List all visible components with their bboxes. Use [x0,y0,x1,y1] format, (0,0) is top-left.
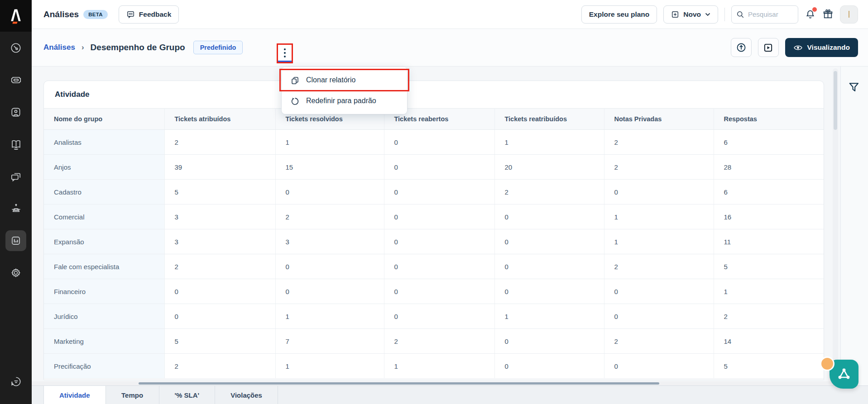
metric-cell: 2 [384,329,494,354]
column-header: Notas Privadas [604,109,714,130]
app-title: Análises [43,10,79,19]
group-name-cell: Anjos [44,155,164,180]
feedback-label: Feedback [139,10,172,19]
bot-icon [10,203,22,214]
horizontal-scroll-thumb[interactable] [139,382,659,385]
breadcrumb-analyses-link[interactable]: Análises [43,43,75,52]
filter-funnel-icon [848,81,861,95]
column-header: Nome do grupo [44,109,164,130]
sidebar-item-knowledge-base[interactable] [0,128,32,160]
column-header: Respostas [714,109,824,130]
tab-sla[interactable]: '% SLA' [159,386,216,404]
metric-cell: 20 [494,155,604,180]
vertical-scroll-thumb[interactable] [834,71,837,130]
sidebar-item-help[interactable] [0,366,32,398]
metric-cell: 14 [714,329,824,354]
feedback-button[interactable]: Feedback [119,5,179,24]
export-icon [736,42,747,53]
help-chat-icon [10,375,22,388]
group-name-cell: Comercial [44,204,164,229]
vertical-scrollbar[interactable] [833,68,838,381]
table-row: Expansão3300111 [44,229,824,254]
metric-cell: 0 [604,180,714,204]
metric-cell: 0 [604,354,714,379]
notifications-button[interactable] [805,9,816,20]
metric-cell: 3 [275,229,384,254]
eye-icon [793,44,803,51]
filters-button[interactable] [848,81,861,404]
page-title: Desempenho de Grupo [91,43,185,52]
group-name-cell: Marketing [44,329,164,354]
sidebar-item-analytics[interactable] [0,224,32,257]
beta-badge: BETA [83,10,108,19]
search-box[interactable] [731,5,798,24]
profile-button[interactable] [840,5,858,24]
contacts-icon [10,106,22,118]
lambda-logo-icon [8,7,24,24]
metric-cell: 5 [714,354,824,379]
metric-cell: 3 [164,204,275,229]
sidebar-item-dashboard[interactable] [0,32,32,64]
metric-cell: 0 [494,229,604,254]
metric-cell: 0 [384,204,494,229]
metric-cell: 0 [604,304,714,329]
presentation-button[interactable] [758,38,779,57]
more-options-button[interactable] [278,45,292,62]
viewing-label: Visualizando [807,43,850,52]
sidebar-item-admin[interactable] [0,257,32,289]
metric-cell: 0 [384,229,494,254]
chat-widget[interactable] [830,360,858,389]
sidebar-item-tickets[interactable] [0,64,32,96]
tab-viola-es[interactable]: Violações [215,386,278,404]
breadcrumb-separator: › [82,43,84,52]
table-row: Jurídico010102 [44,304,824,329]
metric-cell: 0 [384,180,494,204]
feedback-bubble-icon [126,10,135,19]
sidebar-item-contacts[interactable] [0,96,32,128]
sidebar-item-bot[interactable] [0,192,32,224]
tab-tempo[interactable]: Tempo [106,386,159,404]
group-name-cell: Precificação [44,354,164,379]
export-button[interactable] [731,38,752,57]
admin-settings-icon [10,267,22,279]
new-button[interactable]: Novo [663,5,718,24]
sidebar-item-forums[interactable] [0,160,32,192]
horizontal-scrollbar[interactable] [32,381,840,385]
kebab-dot [284,48,286,50]
metric-cell: 2 [604,254,714,279]
explore-plan-button[interactable]: Explore seu plano [581,5,657,24]
kebab-dot [284,52,286,54]
metric-cell: 2 [604,130,714,155]
metric-cell: 6 [714,180,824,204]
analytics-icon [10,235,22,247]
group-name-cell: Cadastro [44,180,164,204]
metric-cell: 0 [384,155,494,180]
viewing-mode-button[interactable]: Visualizando [785,38,858,57]
metric-cell: 0 [275,180,384,204]
tab-atividade[interactable]: Atividade [43,386,106,404]
table-row: Fale com especialista200025 [44,254,824,279]
metric-cell: 28 [714,155,824,180]
metric-cell: 0 [494,329,604,354]
profile-placeholder [849,11,849,18]
metric-cell: 3 [164,229,275,254]
predefined-badge: Predefinido [193,41,243,54]
metric-cell: 2 [275,204,384,229]
metric-cell: 1 [275,130,384,155]
kebab-annotation-box [277,43,293,63]
metric-cell: 0 [494,254,604,279]
metric-cell: 0 [384,279,494,304]
brand-logo[interactable] [0,0,32,32]
search-input[interactable] [748,10,793,18]
tickets-icon [10,74,22,86]
table-row: Analistas210126 [44,130,824,155]
plus-square-icon [671,10,679,19]
metric-cell: 0 [164,304,275,329]
table-header-row: Nome do grupoTickets atribuídosTickets r… [44,109,824,130]
toolbar-divider [724,8,725,21]
whats-new-button[interactable] [822,9,834,20]
copy-icon [291,76,299,85]
menu-item-reset-default[interactable]: Redefinir para padrão [282,90,407,111]
report-content: Atividade Nome do grupoTickets atribuído… [32,67,868,404]
menu-item-clone-report[interactable]: Clonar relatório [282,70,407,90]
